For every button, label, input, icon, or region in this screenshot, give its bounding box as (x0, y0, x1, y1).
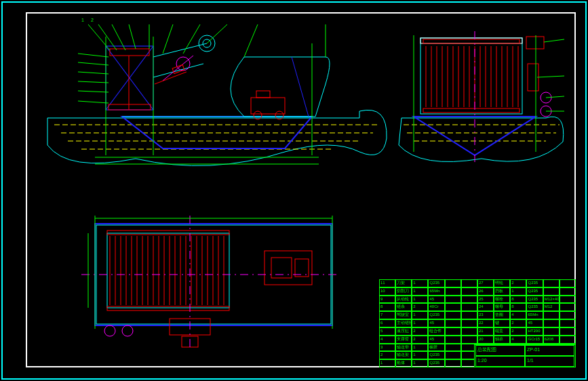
svg-line-41 (78, 81, 109, 83)
svg-line-31 (129, 24, 136, 49)
bom-cell: M12 (543, 303, 560, 311)
bom-cell (445, 303, 461, 311)
bom-cell: 8 (510, 303, 526, 311)
bom-cell: Q235 (526, 287, 543, 296)
svg-line-39 (78, 62, 109, 65)
bom-cell: 支撑臂 (395, 336, 412, 344)
svg-rect-70 (528, 64, 538, 91)
bom-cell: 65Mn (526, 311, 543, 319)
titleblock-scale: 1:20 (475, 356, 525, 367)
bom-cell: 26 (477, 287, 494, 296)
bom-cell: 1 (412, 359, 428, 367)
bom-cell: 25 (477, 296, 494, 304)
bom-cell: 1 (412, 344, 428, 352)
bom-cell (560, 287, 576, 296)
bom-cell: 1 (412, 296, 428, 304)
svg-point-113 (122, 325, 133, 336)
bom-cell: 螺母 (494, 303, 510, 311)
callout: 1 (81, 18, 84, 22)
bom-cell: 45 (526, 319, 543, 327)
bom-cell: 9 (379, 296, 395, 304)
bom-cell: Q235 (526, 303, 543, 311)
bom-cell (461, 296, 477, 304)
bom-cell (445, 351, 461, 359)
svg-line-75 (546, 96, 564, 98)
bom-cell: 挡板 (494, 287, 510, 296)
bom-cell: GCr15 (526, 336, 543, 344)
bom-cell: 2 (412, 327, 428, 336)
bom-cell: 驾驶室 (395, 311, 412, 319)
svg-line-40 (78, 72, 109, 74)
bom-cell: 1 (412, 311, 428, 319)
bom-cell (560, 279, 576, 287)
bom-cell: 45 (428, 319, 444, 327)
svg-rect-49 (423, 39, 520, 43)
bom-cell: 21 (477, 327, 494, 336)
bom-cell: 45 (428, 296, 444, 304)
bom-cell (461, 311, 477, 319)
bom-cell (445, 319, 461, 327)
bom-cell (560, 303, 576, 311)
bom-cell: 链条 (395, 303, 412, 311)
bom-cell (445, 296, 461, 304)
bom-cell: 螺栓 (494, 296, 510, 304)
bom-cell: 明轮 (494, 279, 510, 287)
bom-cell: 24 (477, 303, 494, 311)
bom-cell: 23 (477, 311, 494, 319)
bom-cell: 从动轮 (395, 296, 412, 304)
bom-cell (560, 336, 576, 344)
bom-cell (461, 319, 477, 327)
bom-cell: Q235 (428, 311, 444, 319)
bom-cell: 40Cr (428, 303, 444, 311)
bom-cell (543, 319, 560, 327)
bom-cell: Q235 (526, 296, 543, 304)
svg-line-74 (537, 76, 564, 77)
bom-cell: 2 (379, 351, 395, 359)
bom-cell: 1 (412, 351, 428, 359)
bom-cell: 4 (510, 336, 526, 344)
bom-cell: 主动链轮 (395, 319, 412, 327)
front-elevation-view (393, 16, 570, 179)
svg-rect-50 (423, 108, 520, 113)
bom-cell: 5 (379, 327, 395, 336)
bom-cell: 船体 (395, 359, 412, 367)
bom-cell: 1 (412, 287, 428, 296)
titleblock-sheet: 1/1 (525, 356, 574, 367)
bom-cell: 输送带 (395, 344, 412, 352)
plan-view (68, 210, 353, 353)
svg-rect-69 (526, 37, 544, 49)
svg-line-33 (163, 24, 173, 54)
svg-rect-48 (420, 38, 522, 43)
bom-cell: 11 (379, 279, 395, 287)
svg-line-38 (78, 54, 109, 57)
bom-cell: 橡胶 (428, 344, 444, 352)
svg-point-112 (104, 325, 115, 336)
bom-cell: Q235 (428, 279, 444, 287)
svg-rect-109 (295, 259, 309, 277)
bom-cell (560, 319, 576, 327)
side-elevation-view (41, 16, 393, 179)
titleblock-title: 总装配图 (475, 345, 525, 356)
callout: 2 (91, 18, 94, 22)
bom-cell: Q235 (526, 279, 543, 287)
bom-cell: 4 (510, 311, 526, 319)
bom-cell (461, 287, 477, 296)
bom-cell: 2 (510, 327, 526, 336)
bom-cell (543, 327, 560, 336)
bom-cell (543, 279, 560, 287)
bom-cell: 1 (412, 319, 428, 327)
titleblock-no: ZP-01 (525, 345, 574, 356)
bom-cell (543, 311, 560, 319)
bom-cell: 组合件 (428, 327, 444, 336)
bom-cell: 1 (510, 287, 526, 296)
bom-cell (445, 279, 461, 287)
svg-line-73 (544, 39, 564, 42)
bom-cell (461, 279, 477, 287)
bom-cell (560, 311, 576, 319)
bom-cell (560, 327, 576, 336)
bom-cell: 3 (379, 344, 395, 352)
bom-cell: 垫圈 (494, 311, 510, 319)
bom-cell: 输送架 (395, 351, 412, 359)
bom-cell (461, 336, 477, 344)
bom-cell: 2 (510, 319, 526, 327)
